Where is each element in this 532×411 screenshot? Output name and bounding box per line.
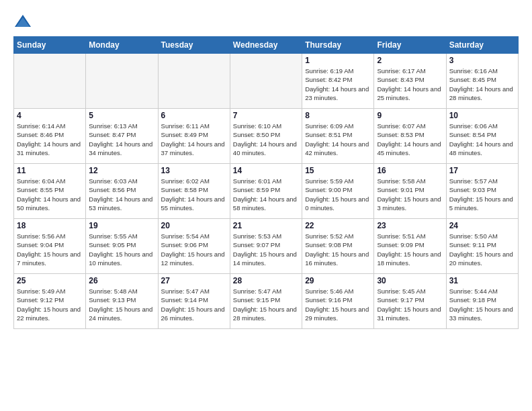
day-number: 16	[377, 166, 443, 175]
calendar-cell: 28Sunrise: 5:47 AMSunset: 9:15 PMDayligh…	[230, 274, 302, 329]
calendar-cell	[14, 54, 86, 109]
calendar-cell: 24Sunrise: 5:50 AMSunset: 9:11 PMDayligh…	[446, 219, 518, 274]
calendar-cell: 8Sunrise: 6:09 AMSunset: 8:51 PMDaylight…	[302, 109, 374, 164]
day-info: Sunrise: 5:46 AMSunset: 9:16 PMDaylight:…	[305, 287, 371, 322]
calendar-cell: 29Sunrise: 5:46 AMSunset: 9:16 PMDayligh…	[302, 274, 374, 329]
calendar-header-friday: Friday	[374, 37, 446, 54]
calendar-cell: 6Sunrise: 6:11 AMSunset: 8:49 PMDaylight…	[158, 109, 230, 164]
logo	[13, 12, 35, 31]
calendar-cell: 23Sunrise: 5:51 AMSunset: 9:09 PMDayligh…	[374, 219, 446, 274]
day-number: 30	[377, 276, 443, 285]
day-info: Sunrise: 6:01 AMSunset: 8:59 PMDaylight:…	[233, 177, 299, 212]
calendar-cell	[158, 54, 230, 109]
day-number: 4	[17, 111, 83, 120]
day-number: 28	[233, 276, 299, 285]
calendar-header-tuesday: Tuesday	[158, 37, 230, 54]
day-info: Sunrise: 5:56 AMSunset: 9:04 PMDaylight:…	[17, 232, 83, 267]
day-info: Sunrise: 5:47 AMSunset: 9:15 PMDaylight:…	[233, 287, 299, 322]
day-info: Sunrise: 5:44 AMSunset: 9:18 PMDaylight:…	[449, 287, 515, 322]
calendar-week-5: 25Sunrise: 5:49 AMSunset: 9:12 PMDayligh…	[14, 274, 519, 329]
day-number: 14	[233, 166, 299, 175]
calendar-cell: 4Sunrise: 6:14 AMSunset: 8:46 PMDaylight…	[14, 109, 86, 164]
calendar-cell: 5Sunrise: 6:13 AMSunset: 8:47 PMDaylight…	[86, 109, 158, 164]
calendar-header-monday: Monday	[86, 37, 158, 54]
calendar-cell: 12Sunrise: 6:03 AMSunset: 8:56 PMDayligh…	[86, 164, 158, 219]
day-info: Sunrise: 6:03 AMSunset: 8:56 PMDaylight:…	[89, 177, 154, 212]
day-info: Sunrise: 6:19 AMSunset: 8:42 PMDaylight:…	[305, 66, 371, 102]
calendar-table: SundayMondayTuesdayWednesdayThursdayFrid…	[13, 36, 519, 329]
calendar-cell: 20Sunrise: 5:54 AMSunset: 9:06 PMDayligh…	[158, 219, 230, 274]
calendar-week-1: 1Sunrise: 6:19 AMSunset: 8:42 PMDaylight…	[14, 54, 519, 109]
day-info: Sunrise: 6:04 AMSunset: 8:55 PMDaylight:…	[17, 177, 83, 212]
day-info: Sunrise: 5:50 AMSunset: 9:11 PMDaylight:…	[449, 232, 515, 267]
calendar-cell: 21Sunrise: 5:53 AMSunset: 9:07 PMDayligh…	[230, 219, 302, 274]
day-info: Sunrise: 6:10 AMSunset: 8:50 PMDaylight:…	[233, 122, 299, 157]
day-number: 5	[89, 111, 154, 120]
header	[13, 12, 519, 31]
day-info: Sunrise: 5:54 AMSunset: 9:06 PMDaylight:…	[161, 232, 227, 267]
calendar-week-4: 18Sunrise: 5:56 AMSunset: 9:04 PMDayligh…	[14, 219, 519, 274]
calendar-header-wednesday: Wednesday	[230, 37, 302, 54]
calendar-cell: 25Sunrise: 5:49 AMSunset: 9:12 PMDayligh…	[14, 274, 86, 329]
day-number: 24	[449, 221, 515, 230]
day-info: Sunrise: 5:52 AMSunset: 9:08 PMDaylight:…	[305, 232, 371, 267]
calendar-cell: 2Sunrise: 6:17 AMSunset: 8:43 PMDaylight…	[374, 54, 446, 109]
day-number: 2	[377, 56, 443, 65]
day-number: 1	[305, 56, 371, 65]
calendar-cell: 27Sunrise: 5:47 AMSunset: 9:14 PMDayligh…	[158, 274, 230, 329]
calendar-header-row: SundayMondayTuesdayWednesdayThursdayFrid…	[14, 37, 519, 54]
day-number: 27	[161, 276, 227, 285]
day-number: 23	[377, 221, 443, 230]
calendar-cell: 30Sunrise: 5:45 AMSunset: 9:17 PMDayligh…	[374, 274, 446, 329]
day-number: 13	[161, 166, 227, 175]
day-number: 15	[305, 166, 371, 175]
day-number: 25	[17, 276, 83, 285]
day-info: Sunrise: 5:45 AMSunset: 9:17 PMDaylight:…	[377, 287, 443, 322]
day-number: 12	[89, 166, 154, 175]
day-info: Sunrise: 5:53 AMSunset: 9:07 PMDaylight:…	[233, 232, 299, 267]
day-info: Sunrise: 5:57 AMSunset: 9:03 PMDaylight:…	[449, 177, 515, 212]
day-info: Sunrise: 6:16 AMSunset: 8:45 PMDaylight:…	[449, 66, 515, 102]
calendar-cell: 16Sunrise: 5:58 AMSunset: 9:01 PMDayligh…	[374, 164, 446, 219]
calendar-cell: 17Sunrise: 5:57 AMSunset: 9:03 PMDayligh…	[446, 164, 518, 219]
day-number: 8	[305, 111, 371, 120]
calendar-cell: 19Sunrise: 5:55 AMSunset: 9:05 PMDayligh…	[86, 219, 158, 274]
calendar-cell: 10Sunrise: 6:06 AMSunset: 8:54 PMDayligh…	[446, 109, 518, 164]
calendar-cell: 31Sunrise: 5:44 AMSunset: 9:18 PMDayligh…	[446, 274, 518, 329]
day-number: 10	[449, 111, 515, 120]
calendar-cell: 26Sunrise: 5:48 AMSunset: 9:13 PMDayligh…	[86, 274, 158, 329]
calendar-cell	[230, 54, 302, 109]
day-number: 20	[161, 221, 227, 230]
calendar-cell: 9Sunrise: 6:07 AMSunset: 8:53 PMDaylight…	[374, 109, 446, 164]
day-info: Sunrise: 5:47 AMSunset: 9:14 PMDaylight:…	[161, 287, 227, 322]
calendar-cell: 22Sunrise: 5:52 AMSunset: 9:08 PMDayligh…	[302, 219, 374, 274]
day-number: 6	[161, 111, 227, 120]
calendar-header-sunday: Sunday	[14, 37, 86, 54]
calendar-header-thursday: Thursday	[302, 37, 374, 54]
calendar-cell: 3Sunrise: 6:16 AMSunset: 8:45 PMDaylight…	[446, 54, 518, 109]
calendar-cell: 1Sunrise: 6:19 AMSunset: 8:42 PMDaylight…	[302, 54, 374, 109]
day-info: Sunrise: 6:17 AMSunset: 8:43 PMDaylight:…	[377, 66, 443, 102]
calendar-cell: 15Sunrise: 5:59 AMSunset: 9:00 PMDayligh…	[302, 164, 374, 219]
day-number: 7	[233, 111, 299, 120]
day-number: 3	[449, 56, 515, 65]
calendar-cell: 11Sunrise: 6:04 AMSunset: 8:55 PMDayligh…	[14, 164, 86, 219]
logo-icon	[13, 12, 32, 31]
day-info: Sunrise: 6:09 AMSunset: 8:51 PMDaylight:…	[305, 122, 371, 157]
calendar-cell: 7Sunrise: 6:10 AMSunset: 8:50 PMDaylight…	[230, 109, 302, 164]
day-number: 11	[17, 166, 83, 175]
day-info: Sunrise: 6:07 AMSunset: 8:53 PMDaylight:…	[377, 122, 443, 157]
day-info: Sunrise: 6:14 AMSunset: 8:46 PMDaylight:…	[17, 122, 83, 157]
day-number: 22	[305, 221, 371, 230]
day-info: Sunrise: 6:11 AMSunset: 8:49 PMDaylight:…	[161, 122, 227, 157]
day-info: Sunrise: 5:48 AMSunset: 9:13 PMDaylight:…	[89, 287, 154, 322]
day-info: Sunrise: 6:06 AMSunset: 8:54 PMDaylight:…	[449, 122, 515, 157]
day-number: 18	[17, 221, 83, 230]
calendar-header-saturday: Saturday	[446, 37, 518, 54]
day-number: 31	[449, 276, 515, 285]
calendar-cell: 13Sunrise: 6:02 AMSunset: 8:58 PMDayligh…	[158, 164, 230, 219]
day-number: 29	[305, 276, 371, 285]
calendar-week-2: 4Sunrise: 6:14 AMSunset: 8:46 PMDaylight…	[14, 109, 519, 164]
day-info: Sunrise: 5:55 AMSunset: 9:05 PMDaylight:…	[89, 232, 154, 267]
day-info: Sunrise: 6:13 AMSunset: 8:47 PMDaylight:…	[89, 122, 154, 157]
